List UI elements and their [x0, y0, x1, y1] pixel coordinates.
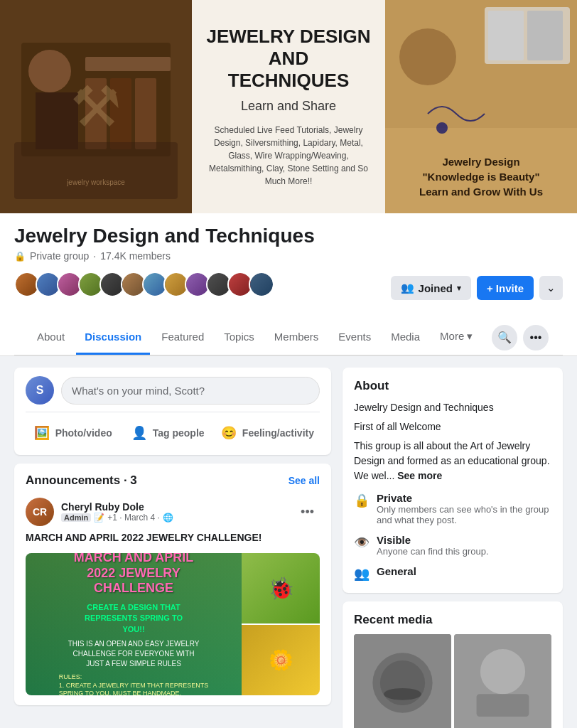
- author-avatar: CR: [26, 498, 54, 526]
- svg-rect-8: [14, 142, 178, 199]
- post-actions: 🖼️ Photo/video 👤 Tag people 😊 Feeling/ac…: [26, 412, 320, 446]
- eye-icon: 👁️: [354, 535, 370, 550]
- author-info: Cheryl Ruby Dole Admin 📝 +1 · March 4 · …: [61, 501, 288, 523]
- main-content: S What's on your mind, Scott? 🖼️ Photo/v…: [0, 356, 577, 728]
- challenge-title: MARCH AND APRIL2022 JEWELRYCHALLENGE: [74, 553, 194, 596]
- tab-more[interactable]: More ▾: [431, 320, 481, 355]
- more-options-button[interactable]: ⌄: [539, 276, 563, 300]
- cover-subtitle: Learn and Share: [241, 99, 336, 114]
- tab-media[interactable]: Media: [382, 321, 428, 355]
- visible-label: Visible: [377, 534, 489, 546]
- challenge-right-photos: 🐞 🌼: [242, 553, 320, 695]
- svg-rect-23: [477, 694, 529, 717]
- svg-text:jewelry workspace: jewelry workspace: [66, 178, 125, 186]
- search-button[interactable]: 🔍: [492, 325, 517, 350]
- tag-icon: 👤: [131, 425, 147, 441]
- svg-rect-3: [36, 92, 78, 149]
- about-title: About: [354, 379, 551, 393]
- tab-events[interactable]: Events: [330, 321, 379, 355]
- recent-media-title: Recent media: [354, 613, 551, 627]
- svg-rect-4: [85, 57, 171, 71]
- cover-right-label: Jewelry Design"Knowledge is Beauty"Learn…: [419, 154, 543, 199]
- svg-rect-15: [527, 11, 563, 60]
- about-visible-item: 👁️ Visible Anyone can find this group.: [354, 534, 551, 557]
- people-icon: 👥: [401, 282, 414, 294]
- photo-video-button[interactable]: 🖼️ Photo/video: [26, 419, 120, 446]
- nav-tabs: About Discussion Featured Topics Members…: [14, 320, 563, 355]
- about-first-line: First of all Welcome: [354, 419, 551, 434]
- lock-icon: 🔒: [354, 493, 370, 508]
- feeling-button[interactable]: 😊 Feeling/activity: [215, 419, 320, 446]
- lock-icon: 🔒: [14, 251, 26, 262]
- type-label: General: [377, 565, 416, 577]
- media-thumbnail[interactable]: [354, 634, 451, 728]
- see-all-link[interactable]: See all: [288, 475, 320, 486]
- svg-rect-7: [135, 78, 156, 149]
- separator: ·: [93, 250, 96, 262]
- about-card: About Jewelry Design and Techniques Firs…: [343, 368, 563, 593]
- group-name: Jewelry Design and Techniques: [14, 225, 563, 247]
- cover-right-text: Jewelry Design"Knowledge is Beauty"Learn…: [419, 154, 543, 199]
- svg-point-2: [28, 50, 71, 92]
- joined-label: Joined: [419, 282, 453, 294]
- author-name: Cheryl Ruby Dole: [61, 501, 288, 513]
- svg-point-22: [480, 649, 525, 694]
- header-actions: 👥 Joined ▾ + Invite ⌄: [391, 270, 563, 309]
- svg-point-16: [436, 122, 448, 134]
- admin-badge: Admin: [61, 513, 91, 522]
- group-header: Jewelry Design and Techniques 🔒 Private …: [0, 213, 577, 356]
- announcement-post: CR Cheryl Ruby Dole Admin 📝 +1 · March 4…: [26, 498, 320, 695]
- joined-button[interactable]: 👥 Joined ▾: [391, 276, 471, 300]
- author-meta: Admin 📝 +1 · March 4 · 🌐: [61, 513, 288, 523]
- see-more-link[interactable]: See more: [397, 470, 442, 481]
- media-grid: [354, 634, 551, 728]
- tab-topics[interactable]: Topics: [215, 321, 263, 355]
- post-more-button[interactable]: •••: [295, 502, 320, 523]
- post-input[interactable]: What's on your mind, Scott?: [61, 377, 320, 405]
- user-avatar: S: [26, 376, 54, 405]
- flower-photo: 🌼: [242, 625, 320, 695]
- feeling-label: Feeling/activity: [242, 427, 314, 439]
- svg-rect-6: [110, 78, 131, 149]
- privacy-label: Private group: [30, 250, 89, 262]
- ellipsis-button[interactable]: •••: [523, 325, 549, 350]
- avatar: [249, 272, 274, 297]
- media-thumbnail[interactable]: [454, 634, 551, 728]
- announcements-title: Announcements · 3: [26, 473, 137, 488]
- challenge-subtitle: CREATE A DESIGN THATREPRESENTS SPRING TO…: [85, 602, 183, 635]
- ladybug-photo: 🐞: [242, 553, 320, 623]
- tab-members[interactable]: Members: [266, 321, 328, 355]
- invite-button[interactable]: + Invite: [477, 276, 534, 300]
- about-desc: This group is all about the Art of Jewel…: [354, 439, 551, 483]
- create-post-box: S What's on your mind, Scott? 🖼️ Photo/v…: [14, 368, 331, 455]
- cover-photo: jewelry workspace JEWELRY DESIGN AND TEC…: [0, 0, 577, 213]
- cover-title: JEWELRY DESIGN AND TECHNIQUES: [206, 26, 370, 92]
- about-type-item: 👥 General: [354, 565, 551, 582]
- tag-label: Tag people: [153, 427, 205, 439]
- cover-right-image: Jewelry Design"Knowledge is Beauty"Learn…: [385, 0, 577, 213]
- announcements-section: Announcements · 3 See all CR Cheryl Ruby…: [14, 464, 331, 705]
- svg-rect-5: [85, 78, 107, 149]
- search-icon: 🔍: [497, 331, 512, 344]
- about-group-name: Jewelry Design and Techniques: [354, 400, 551, 415]
- challenge-body: THIS IS AN OPEN AND EASY JEWELRYCHALLENG…: [68, 639, 200, 669]
- invite-label: + Invite: [487, 282, 524, 294]
- photo-icon: 🖼️: [34, 425, 50, 441]
- more-icon: ⌄: [546, 282, 556, 294]
- recent-media-card: Recent media: [343, 601, 563, 728]
- visible-desc: Anyone can find this group.: [377, 546, 489, 557]
- members-avatars: [14, 272, 274, 297]
- tab-featured[interactable]: Featured: [153, 321, 212, 355]
- post-meta-extra: +1 · March 4 ·: [107, 513, 160, 523]
- chevron-down-icon: ▾: [457, 284, 461, 293]
- tab-about[interactable]: About: [28, 321, 73, 355]
- cover-middle-text: JEWELRY DESIGN AND TECHNIQUES Learn and …: [192, 0, 385, 213]
- post-icon: 📝: [94, 513, 104, 523]
- tag-people-button[interactable]: 👤 Tag people: [120, 419, 215, 446]
- post-text: MARCH AND APRIL 2022 JEWELRY CHALLENGE!: [26, 532, 320, 543]
- privacy-label: Private: [377, 492, 551, 504]
- cover-left-image: jewelry workspace: [0, 0, 192, 213]
- privacy-desc: Only members can see who's in the group …: [377, 504, 551, 525]
- challenge-rules: RULES:1. CREATE A JEWELRY ITEM THAT REPR…: [59, 673, 209, 695]
- tab-discussion[interactable]: Discussion: [76, 321, 150, 355]
